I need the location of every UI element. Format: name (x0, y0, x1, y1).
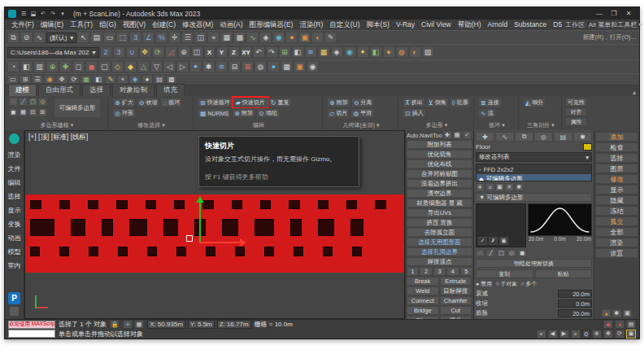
motion-tab-icon[interactable]: ◎ (534, 132, 553, 142)
select-link-icon[interactable]: ⧉ (7, 32, 20, 43)
menu-icon[interactable]: ☰ (19, 9, 28, 18)
element-icon[interactable]: ◼ (9, 108, 18, 116)
viewport-box[interactable] (222, 219, 238, 236)
viewport-box[interactable] (202, 200, 214, 209)
dock-item[interactable]: 文件 (8, 162, 21, 176)
radio-option[interactable]: ○ 多个 (520, 280, 537, 288)
dock-button[interactable]: 显示 (595, 185, 638, 194)
gizmo-x-axis[interactable] (199, 242, 242, 243)
viewport-box[interactable] (289, 200, 300, 209)
viewport-box[interactable] (30, 247, 40, 256)
ribbon-button[interactable]: ⊖收缩 (137, 98, 160, 107)
polygon-icon[interactable]: ◇ (507, 249, 516, 257)
section-label[interactable]: 三角剖分 ▾ (523, 120, 559, 129)
ribbon-tab[interactable]: 对象绘制 (112, 84, 154, 96)
spinner-snap-icon[interactable]: ✛ (168, 32, 181, 43)
menu-item[interactable]: 修改器(M) (179, 20, 216, 30)
pin-stack-icon[interactable]: ∗ (476, 183, 485, 191)
viewport-box[interactable] (255, 219, 274, 236)
ribbon-button[interactable]: ∿流 (478, 108, 496, 118)
magnet-icon[interactable]: ∪ (126, 46, 138, 58)
mirror-icon[interactable]: ◫ (191, 46, 203, 58)
dock-button[interactable]: 设置 (595, 248, 638, 258)
border-icon[interactable]: ▢ (28, 98, 37, 106)
key-filter-icon[interactable]: ▤ (626, 320, 636, 329)
modifier-list-dropdown[interactable]: 修改器列表 ▾ (476, 152, 592, 162)
paint-select-icon[interactable]: ▥ (33, 61, 46, 72)
angle-snap-icon[interactable]: ∠ (142, 32, 154, 43)
create-icon[interactable]: ✚ (59, 61, 72, 72)
half-icon[interactable]: ◧ (93, 75, 104, 84)
modify-tab-icon[interactable]: ∿ (495, 132, 514, 142)
dock-item[interactable]: 变换 (8, 217, 21, 231)
plugin-button[interactable]: 附加列表 (407, 140, 472, 149)
menu-item[interactable]: 帮助(H) (455, 20, 485, 30)
dock-button[interactable]: 图层 (595, 164, 638, 173)
viewport-box[interactable] (174, 200, 185, 209)
attach-icon[interactable]: ⊕ (46, 61, 59, 72)
dock-extra-icon[interactable] (10, 307, 19, 316)
menu-item[interactable]: Civil View (418, 20, 455, 30)
plugin-button[interactable]: 合并对称贴图 (407, 169, 472, 178)
settings-icon[interactable]: ✱ (612, 309, 621, 317)
radio-option[interactable]: ● 禁用 (476, 280, 492, 288)
check-icon[interactable]: ✓ (478, 237, 487, 245)
plugin-button[interactable]: 焊接顶点 (407, 257, 472, 266)
display-tab-icon[interactable]: ▤ (554, 132, 572, 142)
rotate-icon[interactable]: ⟳ (68, 75, 80, 84)
dock-button[interactable]: 添加 (595, 132, 638, 142)
menu-item[interactable]: 脚本(S) (363, 20, 393, 30)
pan-icon[interactable]: ✥ (603, 330, 613, 339)
editable-poly-button[interactable]: 可编辑多边形 (54, 98, 101, 118)
box-icon[interactable]: ▣ (499, 237, 508, 245)
viewport-box[interactable] (375, 200, 386, 209)
diamond-icon[interactable]: ◈ (129, 75, 141, 84)
render-teapot-icon[interactable]: ● (383, 46, 395, 58)
ribbon-button[interactable]: ◎环形 (112, 108, 136, 118)
plugin-button[interactable]: 沿着边界挤出 (407, 179, 472, 188)
plugin-button[interactable]: 选择无用图形面 (407, 238, 472, 247)
grid-green-icon[interactable]: ▦ (80, 75, 92, 84)
utilities-tab-icon[interactable]: ✱ (573, 132, 592, 142)
viewport-box[interactable] (146, 200, 156, 209)
viewport-box[interactable] (30, 219, 54, 236)
star-icon[interactable]: ✦ (189, 61, 202, 72)
mirror-icon[interactable]: ◫ (194, 32, 207, 43)
dock-logo-icon[interactable] (9, 133, 20, 144)
workspace-selector[interactable]: 工作区: Alt 菜单和工具栏 ▾ (565, 20, 642, 29)
render-setup-icon[interactable]: ● (285, 32, 298, 43)
viewport-label[interactable]: [+] [顶] [标准] [线框] (28, 133, 88, 142)
dock-item[interactable]: 显示 (8, 203, 21, 217)
viewport-box[interactable] (346, 200, 357, 209)
ribbon-button[interactable]: ▰快速切片 (233, 98, 268, 107)
maxscript-listener-line[interactable] (8, 330, 55, 338)
ribbon-button[interactable]: ⊼挤出 (402, 98, 425, 107)
ribbon-side-button[interactable]: 可见性 (565, 98, 587, 107)
bind-spacewarp-icon[interactable]: ∿ (33, 32, 46, 43)
ribbon-tab[interactable]: 填充 (156, 84, 185, 96)
hierarchy-tab-icon[interactable]: ⧉ (515, 132, 533, 142)
tri-up-icon[interactable]: △ (137, 61, 150, 72)
viewport-box[interactable] (235, 247, 245, 256)
render-icon[interactable]: ◉ (44, 75, 55, 84)
axis-constraint-button[interactable]: Y (216, 46, 228, 58)
quick-access-caret-icon[interactable]: ▾ (58, 9, 67, 18)
zoom-icon[interactable]: ⊕ (592, 330, 602, 339)
viewport-box[interactable] (89, 247, 98, 256)
playback-button[interactable]: ◀ (548, 330, 558, 339)
light-icon[interactable]: ✦ (357, 46, 369, 58)
panel-button[interactable]: 粘贴 (535, 269, 593, 278)
collapse-stack-icon[interactable]: ⊟ (28, 108, 37, 116)
viewport-box[interactable] (290, 219, 302, 236)
asterisk-icon[interactable]: ✱ (202, 61, 215, 72)
viewport-bg-icon[interactable]: ▨ (422, 46, 434, 58)
menu-item[interactable]: 渲染(R) (296, 20, 326, 30)
menu-item[interactable]: 自定义(U) (326, 20, 363, 30)
rect-icon[interactable]: ▭ (7, 75, 19, 84)
ribbon-tab[interactable]: 自由形式 (38, 84, 80, 96)
viewport-box[interactable] (352, 247, 362, 256)
viewport-box[interactable] (176, 247, 186, 256)
plugin-button[interactable]: Chamfer (440, 296, 472, 305)
tri-right-icon[interactable]: ▷ (176, 61, 189, 72)
ribbon-button[interactable]: ◭细分 (523, 98, 546, 107)
